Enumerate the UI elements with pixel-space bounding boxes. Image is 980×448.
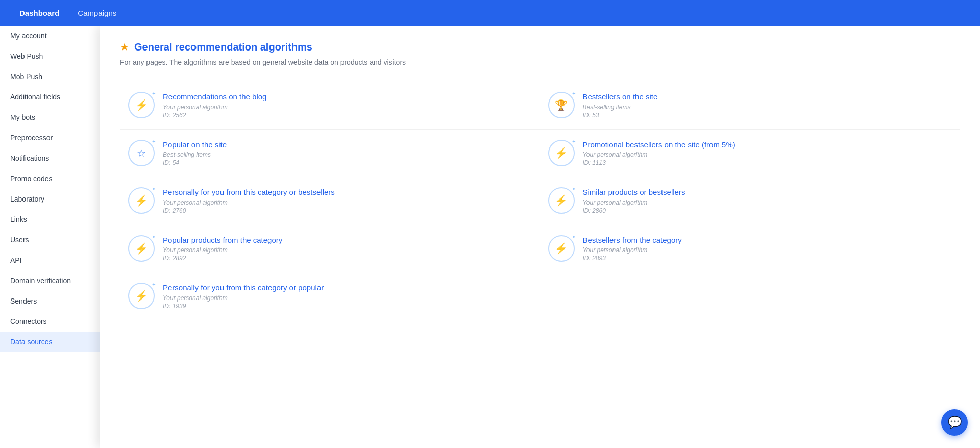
star-icon: ★ [120,41,129,53]
panel-title: General recommendation algorithms [134,41,312,53]
sparkles-icon: ✦ [572,139,576,144]
sidebar: My accountWeb PushMob PushAdditional fie… [0,26,112,448]
algo-name: Bestsellers on the site [583,92,952,102]
algo-icon-wrap: ✦ ⚡ [548,140,575,166]
sparkles-icon: ✦ [152,282,156,287]
sparkles-icon: ✦ [572,91,576,96]
algo-id: ID: 1113 [583,159,952,166]
algo-name: Popular on the site [163,140,532,150]
algo-info: Popular products from the category Your … [163,235,532,262]
algo-desc: Your personal algorithm [583,246,952,254]
algo-icon-wrap: ✦ ⚡ [128,235,155,262]
lightning-icon: ⚡ [135,290,148,302]
top-navigation: Dashboard Campaigns [0,0,980,26]
sidebar-item-my-account[interactable]: My account [0,26,112,46]
algo-id: ID: 2760 [163,207,532,214]
sparkles-icon: ✦ [572,186,576,192]
algo-icon-wrap: ✦ 🏆 [548,92,575,118]
algorithm-item[interactable]: ✦ ☆ Popular on the site Best-selling ite… [120,130,540,178]
algorithm-item[interactable]: ✦ ⚡ Similar products or bestsellers Your… [540,177,960,225]
algo-name: Personally for you from this category or… [163,187,532,197]
algo-desc: Best-selling items [583,104,952,111]
sidebar-item-preprocessor[interactable]: Preprocessor [0,128,112,148]
algo-info: Bestsellers on the site Best-selling ite… [583,92,952,119]
sidebar-item-domain-verification[interactable]: Domain verification [0,270,112,291]
nav-campaigns[interactable]: Campaigns [68,9,126,17]
sparkles-icon: ✦ [152,186,156,192]
sidebar-item-senders[interactable]: Senders [0,291,112,311]
sidebar-item-additional-fields[interactable]: Additional fields [0,87,112,107]
algo-name: Popular products from the category [163,235,532,245]
algo-id: ID: 53 [583,112,952,119]
algo-desc: Your personal algorithm [583,151,952,158]
star-icon: ☆ [137,147,146,159]
algorithm-item[interactable]: ✦ ⚡ Recommendations on the blog Your per… [120,82,540,130]
chat-icon: 💬 [948,416,962,429]
algo-desc: Your personal algorithm [163,294,532,302]
sidebar-item-api[interactable]: API [0,250,112,270]
algo-id: ID: 2860 [583,207,952,214]
sidebar-item-data-sources[interactable]: Data sources [0,332,112,352]
algo-icon-wrap: ✦ ⚡ [128,92,155,118]
algorithm-item[interactable]: ✦ ⚡ Personally for you from this categor… [120,177,540,225]
lightning-icon: ⚡ [555,147,568,159]
algo-desc: Your personal algorithm [583,199,952,206]
algo-id: ID: 2562 [163,112,532,119]
sparkles-icon: ✦ [152,91,156,96]
lightning-icon: ⚡ [135,99,148,111]
main-layout: My accountWeb PushMob PushAdditional fie… [0,26,980,448]
algorithm-item[interactable]: ✦ 🏆 Bestsellers on the site Best-selling… [540,82,960,130]
algo-info: Popular on the site Best-selling items I… [163,140,532,167]
sidebar-item-users[interactable]: Users [0,230,112,250]
algo-icon-wrap: ✦ ⚡ [548,235,575,262]
lightning-icon: ⚡ [555,242,568,255]
sparkles-icon: ✦ [152,139,156,144]
algo-id: ID: 1939 [163,303,532,310]
algo-id: ID: 54 [163,159,532,166]
nav-dashboard[interactable]: Dashboard [10,9,68,17]
algo-icon-wrap: ✦ ⚡ [128,283,155,309]
sidebar-item-links[interactable]: Links [0,209,112,230]
algo-name: Promotional bestsellers on the site (fro… [583,140,952,150]
algo-name: Personally for you from this category or… [163,283,532,293]
algo-desc: Your personal algorithm [163,246,532,254]
trophy-icon: 🏆 [555,99,568,111]
algo-id: ID: 2892 [163,255,532,262]
algo-info: Bestsellers from the category Your perso… [583,235,952,262]
lightning-icon: ⚡ [135,242,148,255]
sidebar-item-promo-codes[interactable]: Promo codes [0,168,112,189]
algo-icon-wrap: ✦ ⚡ [548,187,575,214]
algo-name: Recommendations on the blog [163,92,532,102]
sidebar-item-notifications[interactable]: Notifications [0,148,112,168]
algo-desc: Best-selling items [163,151,532,158]
lightning-icon: ⚡ [555,194,568,207]
algo-info: Promotional bestsellers on the site (fro… [583,140,952,167]
sidebar-item-connectors[interactable]: Connectors [0,311,112,332]
algorithm-item[interactable]: ✦ ⚡ Personally for you from this categor… [120,272,540,320]
lightning-icon: ⚡ [135,194,148,207]
chat-button[interactable]: 💬 [941,409,968,436]
algorithm-item[interactable]: ✦ ⚡ Bestsellers from the category Your p… [540,225,960,273]
algo-desc: Your personal algorithm [163,199,532,206]
algo-info: Personally for you from this category or… [163,187,532,214]
sidebar-item-mob-push[interactable]: Mob Push [0,66,112,87]
algo-desc: Your personal algorithm [163,104,532,111]
sparkles-icon: ✦ [152,234,156,240]
sparkles-icon: ✦ [572,234,576,240]
recommendation-panel: ★ General recommendation algorithms For … [100,26,980,448]
sidebar-item-web-push[interactable]: Web Push [0,46,112,66]
sidebar-item-my-bots[interactable]: My bots [0,107,112,128]
panel-header: ★ General recommendation algorithms [120,41,960,53]
sidebar-item-laboratory[interactable]: Laboratory [0,189,112,209]
algo-info: Recommendations on the blog Your persona… [163,92,532,119]
algo-id: ID: 2893 [583,255,952,262]
algo-info: Personally for you from this category or… [163,283,532,310]
algorithm-item[interactable]: ✦ ⚡ Popular products from the category Y… [120,225,540,273]
algo-info: Similar products or bestsellers Your per… [583,187,952,214]
algo-name: Similar products or bestsellers [583,187,952,197]
algorithm-item[interactable]: ✦ ⚡ Promotional bestsellers on the site … [540,130,960,178]
algo-icon-wrap: ✦ ☆ [128,140,155,166]
algo-icon-wrap: ✦ ⚡ [128,187,155,214]
algorithm-grid: ✦ ⚡ Recommendations on the blog Your per… [120,82,960,320]
algo-name: Bestsellers from the category [583,235,952,245]
